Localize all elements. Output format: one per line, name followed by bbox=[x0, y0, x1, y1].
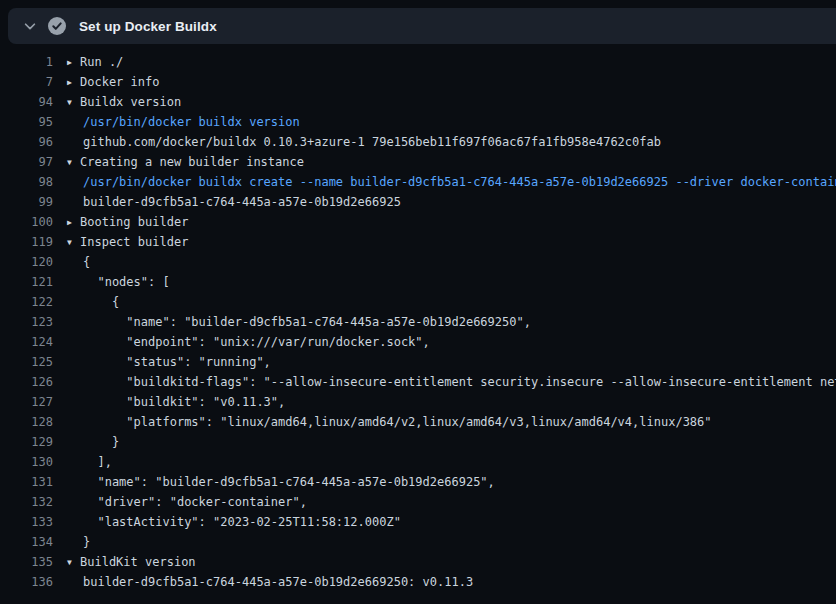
log-row: 127 "buildkit": "v0.11.3", bbox=[0, 392, 836, 412]
line-number[interactable]: 124 bbox=[0, 332, 53, 352]
group-expanded-triangle-icon[interactable]: ▼ bbox=[67, 553, 80, 572]
line-content: /usr/bin/docker buildx version bbox=[53, 112, 300, 132]
line-content: builder-d9cfb5a1-c764-445a-a57e-0b19d2e6… bbox=[53, 192, 401, 212]
line-number[interactable]: 133 bbox=[0, 512, 53, 532]
line-number[interactable]: 122 bbox=[0, 292, 53, 312]
line-number[interactable]: 128 bbox=[0, 412, 53, 432]
group-title: Creating a new builder instance bbox=[80, 155, 304, 169]
log-row: 132 "driver": "docker-container", bbox=[0, 492, 836, 512]
line-number[interactable]: 135 bbox=[0, 552, 53, 572]
log-row: 123 "name": "builder-d9cfb5a1-c764-445a-… bbox=[0, 312, 836, 332]
line-number[interactable]: 100 bbox=[0, 212, 53, 232]
log-row: 131 "name": "builder-d9cfb5a1-c764-445a-… bbox=[0, 472, 836, 492]
log-row: 128 "platforms": "linux/amd64,linux/amd6… bbox=[0, 412, 836, 432]
output-text: { bbox=[83, 255, 90, 269]
line-content: ▼Creating a new builder instance bbox=[53, 152, 304, 172]
line-content: ▼Buildx version bbox=[53, 92, 181, 112]
line-number[interactable]: 121 bbox=[0, 272, 53, 292]
line-content: github.com/docker/buildx 0.10.3+azure-1 … bbox=[53, 132, 661, 152]
line-content: "name": "builder-d9cfb5a1-c764-445a-a57e… bbox=[53, 312, 531, 332]
group-collapsed-triangle-icon[interactable]: ▶ bbox=[67, 53, 80, 72]
output-text: } bbox=[83, 435, 119, 449]
line-number[interactable]: 96 bbox=[0, 132, 53, 152]
line-content: "buildkitd-flags": "--allow-insecure-ent… bbox=[53, 372, 836, 392]
line-number[interactable]: 94 bbox=[0, 92, 53, 112]
log-row: 122 { bbox=[0, 292, 836, 312]
output-text: "lastActivity": "2023-02-25T11:58:12.000… bbox=[83, 515, 401, 529]
line-content: ▶Booting builder bbox=[53, 212, 188, 232]
output-text: "driver": "docker-container", bbox=[83, 495, 307, 509]
line-number[interactable]: 98 bbox=[0, 172, 53, 192]
log-row: 95/usr/bin/docker buildx version bbox=[0, 112, 836, 132]
line-content: "name": "builder-d9cfb5a1-c764-445a-a57e… bbox=[53, 472, 495, 492]
group-collapsed-triangle-icon[interactable]: ▶ bbox=[67, 213, 80, 232]
output-text: "name": "builder-d9cfb5a1-c764-445a-a57e… bbox=[83, 475, 495, 489]
group-title: Buildx version bbox=[80, 95, 181, 109]
line-content: "driver": "docker-container", bbox=[53, 492, 307, 512]
line-number[interactable]: 120 bbox=[0, 252, 53, 272]
line-content: "lastActivity": "2023-02-25T11:58:12.000… bbox=[53, 512, 401, 532]
log-row: 125 "status": "running", bbox=[0, 352, 836, 372]
line-content: "endpoint": "unix:///var/run/docker.sock… bbox=[53, 332, 430, 352]
group-collapsed-triangle-icon[interactable]: ▶ bbox=[67, 73, 80, 92]
command-text: /usr/bin/docker buildx version bbox=[83, 115, 300, 129]
log-row: 136builder-d9cfb5a1-c764-445a-a57e-0b19d… bbox=[0, 572, 836, 592]
line-content: "buildkit": "v0.11.3", bbox=[53, 392, 285, 412]
line-number[interactable]: 119 bbox=[0, 232, 53, 252]
line-number[interactable]: 97 bbox=[0, 152, 53, 172]
check-circle-icon bbox=[48, 17, 66, 35]
log-group-row[interactable]: 97▼Creating a new builder instance bbox=[0, 152, 836, 172]
output-text: "platforms": "linux/amd64,linux/amd64/v2… bbox=[83, 415, 712, 429]
log-row: 124 "endpoint": "unix:///var/run/docker.… bbox=[0, 332, 836, 352]
output-text: "buildkit": "v0.11.3", bbox=[83, 395, 285, 409]
line-number[interactable]: 129 bbox=[0, 432, 53, 452]
log-group-row[interactable]: 100▶Booting builder bbox=[0, 212, 836, 232]
line-number[interactable]: 126 bbox=[0, 372, 53, 392]
line-number[interactable]: 95 bbox=[0, 112, 53, 132]
output-text: builder-d9cfb5a1-c764-445a-a57e-0b19d2e6… bbox=[83, 195, 401, 209]
line-number[interactable]: 99 bbox=[0, 192, 53, 212]
chevron-down-icon[interactable] bbox=[18, 19, 42, 33]
output-text: ], bbox=[83, 455, 112, 469]
line-content: ▼Inspect builder bbox=[53, 232, 188, 252]
line-content: builder-d9cfb5a1-c764-445a-a57e-0b19d2e6… bbox=[53, 572, 473, 592]
group-title: Inspect builder bbox=[80, 235, 188, 249]
line-number[interactable]: 136 bbox=[0, 572, 53, 592]
line-number[interactable]: 131 bbox=[0, 472, 53, 492]
line-number[interactable]: 125 bbox=[0, 352, 53, 372]
log-group-row[interactable]: 94▼Buildx version bbox=[0, 92, 836, 112]
line-number[interactable]: 134 bbox=[0, 532, 53, 552]
line-content: { bbox=[53, 292, 119, 312]
step-header[interactable]: Set up Docker Buildx bbox=[8, 8, 836, 44]
log-group-row[interactable]: 1▶Run ./ bbox=[0, 52, 836, 72]
line-number[interactable]: 7 bbox=[0, 72, 53, 92]
output-text: "endpoint": "unix:///var/run/docker.sock… bbox=[83, 335, 430, 349]
log-group-row[interactable]: 135▼BuildKit version bbox=[0, 552, 836, 572]
log-row: 99builder-d9cfb5a1-c764-445a-a57e-0b19d2… bbox=[0, 192, 836, 212]
line-number[interactable]: 1 bbox=[0, 52, 53, 72]
group-expanded-triangle-icon[interactable]: ▼ bbox=[67, 93, 80, 112]
output-text: "name": "builder-d9cfb5a1-c764-445a-a57e… bbox=[83, 315, 531, 329]
log-row: 130 ], bbox=[0, 452, 836, 472]
line-number[interactable]: 132 bbox=[0, 492, 53, 512]
line-content: "status": "running", bbox=[53, 352, 271, 372]
line-content: ], bbox=[53, 452, 112, 472]
group-expanded-triangle-icon[interactable]: ▼ bbox=[67, 153, 80, 172]
line-content: } bbox=[53, 432, 119, 452]
line-content: ▶Docker info bbox=[53, 72, 159, 92]
line-number[interactable]: 127 bbox=[0, 392, 53, 412]
log-row: 126 "buildkitd-flags": "--allow-insecure… bbox=[0, 372, 836, 392]
output-text: "buildkitd-flags": "--allow-insecure-ent… bbox=[83, 375, 836, 389]
line-content: ▼BuildKit version bbox=[53, 552, 196, 572]
line-number[interactable]: 130 bbox=[0, 452, 53, 472]
group-expanded-triangle-icon[interactable]: ▼ bbox=[67, 233, 80, 252]
line-content: { bbox=[53, 252, 90, 272]
step-title: Set up Docker Buildx bbox=[79, 19, 217, 34]
output-text: "nodes": [ bbox=[83, 275, 170, 289]
line-content: /usr/bin/docker buildx create --name bui… bbox=[53, 172, 836, 192]
line-content: "nodes": [ bbox=[53, 272, 170, 292]
line-number[interactable]: 123 bbox=[0, 312, 53, 332]
workflow-step-log-viewer: Set up Docker Buildx 1▶Run ./7▶Docker in… bbox=[0, 0, 836, 604]
log-group-row[interactable]: 119▼Inspect builder bbox=[0, 232, 836, 252]
log-group-row[interactable]: 7▶Docker info bbox=[0, 72, 836, 92]
